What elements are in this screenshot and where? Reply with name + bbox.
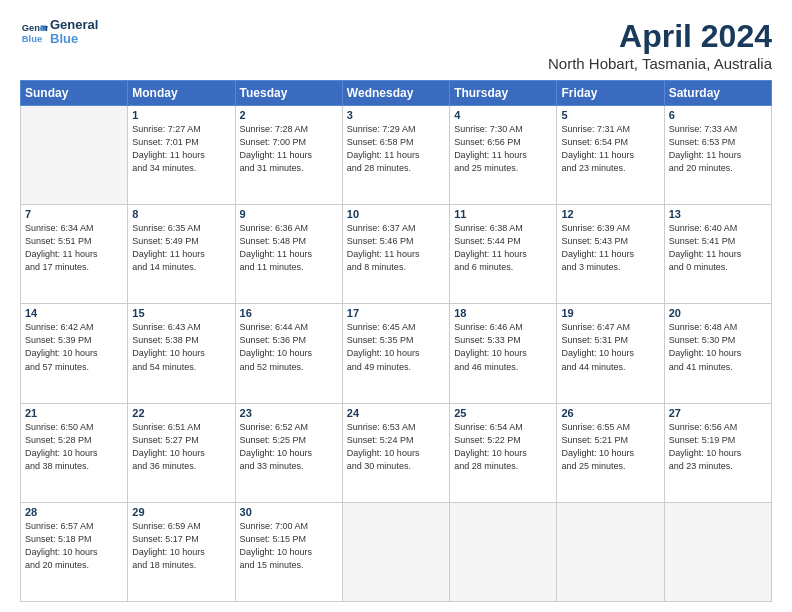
day-cell: 10Sunrise: 6:37 AM Sunset: 5:46 PM Dayli… — [342, 205, 449, 304]
day-info: Sunrise: 6:36 AM Sunset: 5:48 PM Dayligh… — [240, 222, 338, 274]
day-number: 13 — [669, 208, 767, 220]
day-info: Sunrise: 6:57 AM Sunset: 5:18 PM Dayligh… — [25, 520, 123, 572]
day-info: Sunrise: 6:35 AM Sunset: 5:49 PM Dayligh… — [132, 222, 230, 274]
day-info: Sunrise: 6:44 AM Sunset: 5:36 PM Dayligh… — [240, 321, 338, 373]
day-cell: 23Sunrise: 6:52 AM Sunset: 5:25 PM Dayli… — [235, 403, 342, 502]
calendar: SundayMondayTuesdayWednesdayThursdayFrid… — [20, 80, 772, 602]
logo-icon: General Blue — [20, 18, 48, 46]
day-cell: 1Sunrise: 7:27 AM Sunset: 7:01 PM Daylig… — [128, 106, 235, 205]
day-info: Sunrise: 6:54 AM Sunset: 5:22 PM Dayligh… — [454, 421, 552, 473]
day-number: 30 — [240, 506, 338, 518]
day-cell — [664, 502, 771, 601]
week-row-1: 1Sunrise: 7:27 AM Sunset: 7:01 PM Daylig… — [21, 106, 772, 205]
day-cell: 13Sunrise: 6:40 AM Sunset: 5:41 PM Dayli… — [664, 205, 771, 304]
week-row-3: 14Sunrise: 6:42 AM Sunset: 5:39 PM Dayli… — [21, 304, 772, 403]
day-number: 4 — [454, 109, 552, 121]
day-cell: 8Sunrise: 6:35 AM Sunset: 5:49 PM Daylig… — [128, 205, 235, 304]
page: General Blue General Blue April 2024 Nor… — [0, 0, 792, 612]
day-number: 10 — [347, 208, 445, 220]
day-info: Sunrise: 6:39 AM Sunset: 5:43 PM Dayligh… — [561, 222, 659, 274]
day-cell — [21, 106, 128, 205]
day-cell: 15Sunrise: 6:43 AM Sunset: 5:38 PM Dayli… — [128, 304, 235, 403]
day-info: Sunrise: 6:43 AM Sunset: 5:38 PM Dayligh… — [132, 321, 230, 373]
day-info: Sunrise: 6:56 AM Sunset: 5:19 PM Dayligh… — [669, 421, 767, 473]
svg-text:Blue: Blue — [22, 35, 42, 45]
day-info: Sunrise: 7:30 AM Sunset: 6:56 PM Dayligh… — [454, 123, 552, 175]
day-number: 24 — [347, 407, 445, 419]
day-cell — [450, 502, 557, 601]
day-info: Sunrise: 6:46 AM Sunset: 5:33 PM Dayligh… — [454, 321, 552, 373]
day-number: 26 — [561, 407, 659, 419]
day-cell: 16Sunrise: 6:44 AM Sunset: 5:36 PM Dayli… — [235, 304, 342, 403]
week-row-4: 21Sunrise: 6:50 AM Sunset: 5:28 PM Dayli… — [21, 403, 772, 502]
day-info: Sunrise: 6:37 AM Sunset: 5:46 PM Dayligh… — [347, 222, 445, 274]
day-info: Sunrise: 6:45 AM Sunset: 5:35 PM Dayligh… — [347, 321, 445, 373]
day-cell: 28Sunrise: 6:57 AM Sunset: 5:18 PM Dayli… — [21, 502, 128, 601]
day-number: 2 — [240, 109, 338, 121]
header: General Blue General Blue April 2024 Nor… — [20, 18, 772, 72]
col-header-monday: Monday — [128, 81, 235, 106]
day-number: 6 — [669, 109, 767, 121]
day-info: Sunrise: 6:48 AM Sunset: 5:30 PM Dayligh… — [669, 321, 767, 373]
day-info: Sunrise: 6:52 AM Sunset: 5:25 PM Dayligh… — [240, 421, 338, 473]
day-info: Sunrise: 6:55 AM Sunset: 5:21 PM Dayligh… — [561, 421, 659, 473]
day-cell: 9Sunrise: 6:36 AM Sunset: 5:48 PM Daylig… — [235, 205, 342, 304]
day-info: Sunrise: 7:00 AM Sunset: 5:15 PM Dayligh… — [240, 520, 338, 572]
day-cell — [557, 502, 664, 601]
day-number: 28 — [25, 506, 123, 518]
day-info: Sunrise: 6:47 AM Sunset: 5:31 PM Dayligh… — [561, 321, 659, 373]
logo-line1: General — [50, 18, 98, 32]
day-number: 17 — [347, 307, 445, 319]
day-number: 15 — [132, 307, 230, 319]
day-cell: 6Sunrise: 7:33 AM Sunset: 6:53 PM Daylig… — [664, 106, 771, 205]
col-header-friday: Friday — [557, 81, 664, 106]
week-row-5: 28Sunrise: 6:57 AM Sunset: 5:18 PM Dayli… — [21, 502, 772, 601]
day-info: Sunrise: 7:33 AM Sunset: 6:53 PM Dayligh… — [669, 123, 767, 175]
day-cell: 14Sunrise: 6:42 AM Sunset: 5:39 PM Dayli… — [21, 304, 128, 403]
day-cell: 29Sunrise: 6:59 AM Sunset: 5:17 PM Dayli… — [128, 502, 235, 601]
week-row-2: 7Sunrise: 6:34 AM Sunset: 5:51 PM Daylig… — [21, 205, 772, 304]
day-cell: 3Sunrise: 7:29 AM Sunset: 6:58 PM Daylig… — [342, 106, 449, 205]
logo: General Blue General Blue — [20, 18, 98, 47]
day-cell: 26Sunrise: 6:55 AM Sunset: 5:21 PM Dayli… — [557, 403, 664, 502]
title-block: April 2024 North Hobart, Tasmania, Austr… — [548, 18, 772, 72]
day-cell: 4Sunrise: 7:30 AM Sunset: 6:56 PM Daylig… — [450, 106, 557, 205]
day-cell: 11Sunrise: 6:38 AM Sunset: 5:44 PM Dayli… — [450, 205, 557, 304]
day-number: 14 — [25, 307, 123, 319]
day-number: 11 — [454, 208, 552, 220]
day-cell: 24Sunrise: 6:53 AM Sunset: 5:24 PM Dayli… — [342, 403, 449, 502]
day-number: 1 — [132, 109, 230, 121]
col-header-sunday: Sunday — [21, 81, 128, 106]
day-number: 12 — [561, 208, 659, 220]
day-info: Sunrise: 7:29 AM Sunset: 6:58 PM Dayligh… — [347, 123, 445, 175]
day-cell: 30Sunrise: 7:00 AM Sunset: 5:15 PM Dayli… — [235, 502, 342, 601]
col-header-tuesday: Tuesday — [235, 81, 342, 106]
day-number: 9 — [240, 208, 338, 220]
day-info: Sunrise: 7:31 AM Sunset: 6:54 PM Dayligh… — [561, 123, 659, 175]
day-info: Sunrise: 6:50 AM Sunset: 5:28 PM Dayligh… — [25, 421, 123, 473]
day-info: Sunrise: 6:51 AM Sunset: 5:27 PM Dayligh… — [132, 421, 230, 473]
day-info: Sunrise: 7:28 AM Sunset: 7:00 PM Dayligh… — [240, 123, 338, 175]
day-cell: 20Sunrise: 6:48 AM Sunset: 5:30 PM Dayli… — [664, 304, 771, 403]
day-cell: 25Sunrise: 6:54 AM Sunset: 5:22 PM Dayli… — [450, 403, 557, 502]
day-number: 20 — [669, 307, 767, 319]
day-cell: 18Sunrise: 6:46 AM Sunset: 5:33 PM Dayli… — [450, 304, 557, 403]
subtitle: North Hobart, Tasmania, Australia — [548, 55, 772, 72]
day-number: 19 — [561, 307, 659, 319]
month-title: April 2024 — [548, 18, 772, 55]
day-info: Sunrise: 6:53 AM Sunset: 5:24 PM Dayligh… — [347, 421, 445, 473]
day-info: Sunrise: 6:42 AM Sunset: 5:39 PM Dayligh… — [25, 321, 123, 373]
day-number: 27 — [669, 407, 767, 419]
logo-line2: Blue — [50, 32, 98, 46]
day-cell: 19Sunrise: 6:47 AM Sunset: 5:31 PM Dayli… — [557, 304, 664, 403]
day-number: 29 — [132, 506, 230, 518]
day-cell: 27Sunrise: 6:56 AM Sunset: 5:19 PM Dayli… — [664, 403, 771, 502]
day-cell: 2Sunrise: 7:28 AM Sunset: 7:00 PM Daylig… — [235, 106, 342, 205]
day-number: 16 — [240, 307, 338, 319]
day-number: 25 — [454, 407, 552, 419]
day-info: Sunrise: 6:40 AM Sunset: 5:41 PM Dayligh… — [669, 222, 767, 274]
day-cell — [342, 502, 449, 601]
day-number: 18 — [454, 307, 552, 319]
day-number: 21 — [25, 407, 123, 419]
day-cell: 7Sunrise: 6:34 AM Sunset: 5:51 PM Daylig… — [21, 205, 128, 304]
